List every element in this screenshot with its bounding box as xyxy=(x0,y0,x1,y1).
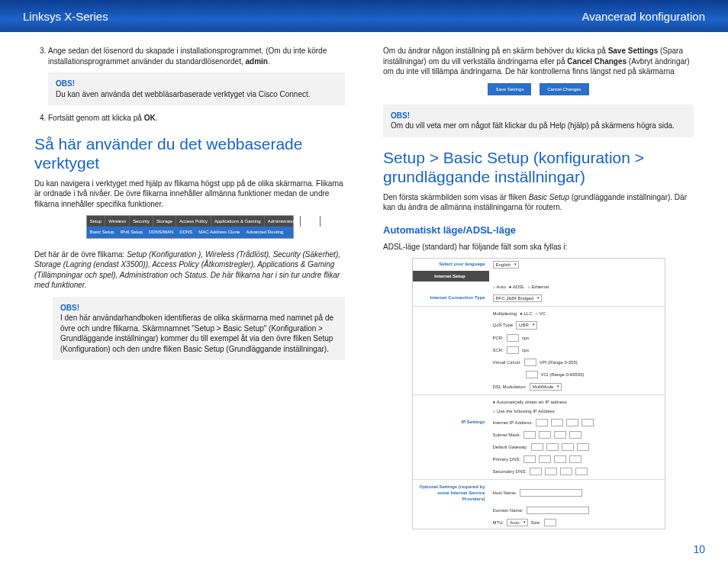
settings-form-figure: Select your language English Internet Se… xyxy=(412,258,665,529)
heading-adsl: Automatiskt läge/ADSL-läge xyxy=(383,224,694,237)
note-box-1: OBS! Du kan även använda det webbläsarba… xyxy=(48,72,345,105)
step-3: Ange sedan det lösenord du skapade i ins… xyxy=(48,46,345,105)
para-basic-setup: Den första skärmbilden som visas är flik… xyxy=(383,192,694,213)
left-column: Ange sedan det lösenord du skapade i ins… xyxy=(34,46,345,529)
right-column: Om du ändrar någon inställning på en skä… xyxy=(383,46,694,529)
buttons-figure: Save Settings Cancel Changes xyxy=(383,83,694,95)
page-number: 10 xyxy=(693,543,705,555)
step-4: Fortsätt genom att klicka på OK. xyxy=(48,113,345,124)
heading-basic-setup: Setup > Basic Setup (konfiguration > gru… xyxy=(383,148,694,186)
cancel-button-figure: Cancel Changes xyxy=(540,83,588,95)
header-right: Avancerad konfiguration xyxy=(582,10,706,23)
nav-tabs-figure: Setup Wireless Security Storage Access P… xyxy=(86,215,294,238)
para-nav-intro: Du kan navigera i verktyget med hjälp av… xyxy=(34,179,345,210)
header-left: Linksys X-Series xyxy=(23,10,108,23)
para-save-cancel: Om du ändrar någon inställning på en skä… xyxy=(383,46,694,77)
para-adsl: ADSL-läge (standard) har följande fält s… xyxy=(383,242,694,253)
para-top-tabs: Det här är de övre flikarna: Setup (Konf… xyxy=(34,249,345,291)
save-button-figure: Save Settings xyxy=(488,83,531,95)
heading-webtool: Så här använder du det webbaserade verkt… xyxy=(34,134,345,172)
header-bar: Linksys X-Series Avancerad konfiguration xyxy=(0,0,728,32)
note-box-3: OBS! Om du vill veta mer om något fält k… xyxy=(383,105,694,137)
note-box-2: OBS! I den här användarhandboken identif… xyxy=(53,297,345,361)
